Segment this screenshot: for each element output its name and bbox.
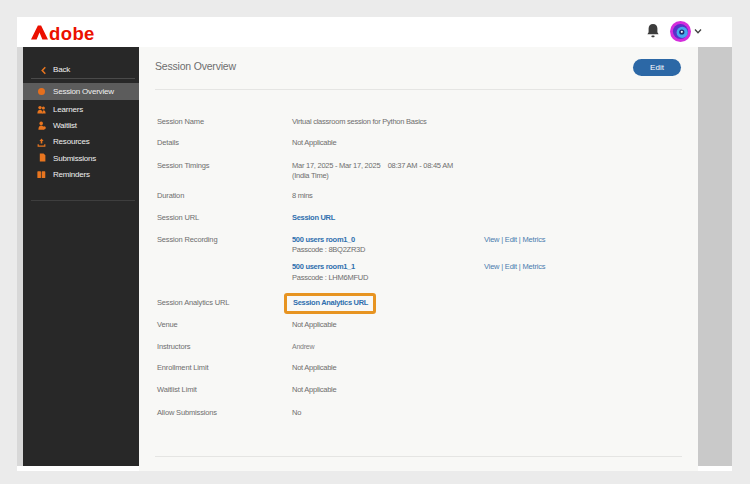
svg-text:dobe: dobe	[49, 23, 95, 44]
